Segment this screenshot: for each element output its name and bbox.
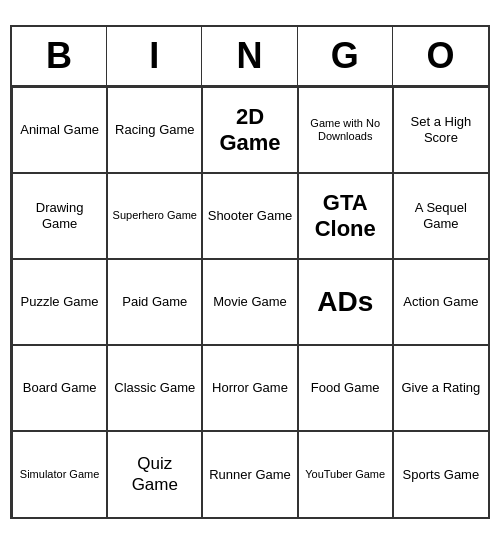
- bingo-cell: Quiz Game: [107, 431, 202, 517]
- header-letter: N: [202, 27, 297, 85]
- cell-text: Set a High Score: [398, 114, 484, 145]
- cell-text: Sports Game: [403, 467, 480, 483]
- cell-text: Horror Game: [212, 380, 288, 396]
- header-letter: G: [298, 27, 393, 85]
- header-letter: I: [107, 27, 202, 85]
- cell-text: Movie Game: [213, 294, 287, 310]
- header-letter: B: [12, 27, 107, 85]
- cell-text: A Sequel Game: [398, 200, 484, 231]
- bingo-cell: Set a High Score: [393, 87, 488, 173]
- cell-text: Racing Game: [115, 122, 194, 138]
- bingo-cell: Horror Game: [202, 345, 297, 431]
- bingo-grid: Animal GameRacing Game2D GameGame with N…: [12, 87, 488, 517]
- bingo-card: BINGO Animal GameRacing Game2D GameGame …: [10, 25, 490, 519]
- bingo-header: BINGO: [12, 27, 488, 87]
- cell-text: Classic Game: [114, 380, 195, 396]
- bingo-cell: 2D Game: [202, 87, 297, 173]
- cell-text: Drawing Game: [17, 200, 102, 231]
- bingo-cell: ADs: [298, 259, 393, 345]
- cell-text: Animal Game: [20, 122, 99, 138]
- bingo-cell: Paid Game: [107, 259, 202, 345]
- cell-text: Board Game: [23, 380, 97, 396]
- bingo-cell: Shooter Game: [202, 173, 297, 259]
- bingo-cell: Superhero Game: [107, 173, 202, 259]
- bingo-cell: Movie Game: [202, 259, 297, 345]
- bingo-cell: YouTuber Game: [298, 431, 393, 517]
- bingo-cell: Runner Game: [202, 431, 297, 517]
- cell-text: Shooter Game: [208, 208, 293, 224]
- bingo-cell: Classic Game: [107, 345, 202, 431]
- bingo-cell: Animal Game: [12, 87, 107, 173]
- cell-text: Give a Rating: [402, 380, 481, 396]
- cell-text: ADs: [317, 285, 373, 319]
- bingo-cell: Game with No Downloads: [298, 87, 393, 173]
- cell-text: GTA Clone: [303, 190, 388, 243]
- bingo-cell: Food Game: [298, 345, 393, 431]
- cell-text: Simulator Game: [20, 468, 99, 481]
- bingo-cell: Drawing Game: [12, 173, 107, 259]
- cell-text: YouTuber Game: [305, 468, 385, 481]
- bingo-cell: GTA Clone: [298, 173, 393, 259]
- bingo-cell: Racing Game: [107, 87, 202, 173]
- bingo-cell: Puzzle Game: [12, 259, 107, 345]
- cell-text: Action Game: [403, 294, 478, 310]
- bingo-cell: A Sequel Game: [393, 173, 488, 259]
- cell-text: Game with No Downloads: [303, 117, 388, 143]
- header-letter: O: [393, 27, 488, 85]
- cell-text: Superhero Game: [113, 209, 197, 222]
- cell-text: 2D Game: [207, 104, 292, 157]
- cell-text: Paid Game: [122, 294, 187, 310]
- cell-text: Food Game: [311, 380, 380, 396]
- bingo-cell: Sports Game: [393, 431, 488, 517]
- bingo-cell: Action Game: [393, 259, 488, 345]
- cell-text: Quiz Game: [112, 454, 197, 495]
- bingo-cell: Give a Rating: [393, 345, 488, 431]
- cell-text: Puzzle Game: [21, 294, 99, 310]
- cell-text: Runner Game: [209, 467, 291, 483]
- bingo-cell: Simulator Game: [12, 431, 107, 517]
- bingo-cell: Board Game: [12, 345, 107, 431]
